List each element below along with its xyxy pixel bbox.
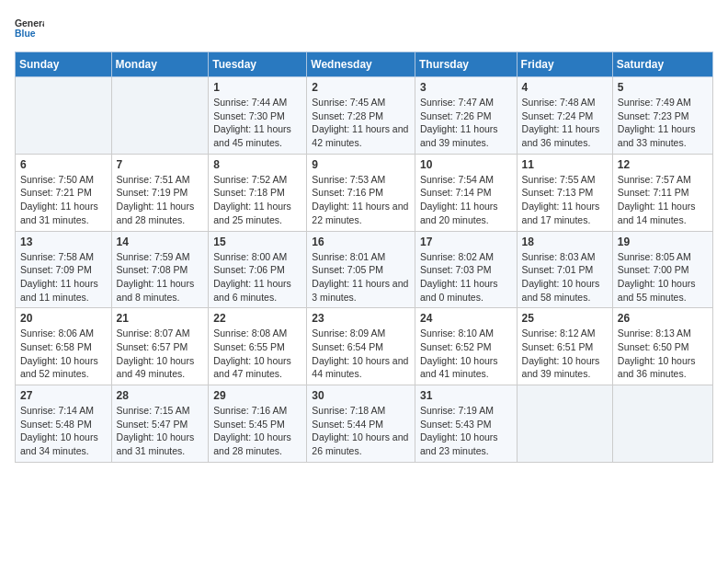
calendar-cell: 30Sunrise: 7:18 AMSunset: 5:44 PMDayligh…: [307, 385, 415, 463]
day-info: Sunrise: 7:54 AMSunset: 7:14 PMDaylight:…: [420, 173, 512, 227]
calendar-cell: 11Sunrise: 7:55 AMSunset: 7:13 PMDayligh…: [517, 154, 612, 231]
day-info: Sunrise: 7:18 AMSunset: 5:44 PMDaylight:…: [312, 404, 410, 458]
day-number: 2: [312, 81, 410, 94]
calendar-cell: 18Sunrise: 8:03 AMSunset: 7:01 PMDayligh…: [517, 231, 612, 308]
day-info: Sunrise: 7:53 AMSunset: 7:16 PMDaylight:…: [312, 173, 410, 227]
weekday-header-friday: Friday: [517, 52, 612, 77]
day-info: Sunrise: 8:13 AMSunset: 6:50 PMDaylight:…: [618, 327, 708, 381]
day-number: 6: [20, 158, 107, 171]
day-number: 10: [420, 158, 512, 171]
day-info: Sunrise: 7:19 AMSunset: 5:43 PMDaylight:…: [420, 404, 512, 458]
calendar-table: SundayMondayTuesdayWednesdayThursdayFrid…: [15, 52, 713, 463]
day-info: Sunrise: 7:49 AMSunset: 7:23 PMDaylight:…: [618, 96, 708, 150]
day-info: Sunrise: 8:09 AMSunset: 6:54 PMDaylight:…: [312, 327, 410, 381]
logo: General Blue: [15, 15, 44, 44]
calendar-cell: 20Sunrise: 8:06 AMSunset: 6:58 PMDayligh…: [16, 308, 112, 385]
day-info: Sunrise: 8:01 AMSunset: 7:05 PMDaylight:…: [312, 250, 410, 304]
calendar-cell: 7Sunrise: 7:51 AMSunset: 7:19 PMDaylight…: [111, 154, 209, 231]
day-number: 23: [312, 312, 410, 325]
weekday-header-tuesday: Tuesday: [209, 52, 307, 77]
day-info: Sunrise: 8:12 AMSunset: 6:51 PMDaylight:…: [522, 327, 608, 381]
calendar-cell: 3Sunrise: 7:47 AMSunset: 7:26 PMDaylight…: [415, 77, 517, 155]
week-row-5: 27Sunrise: 7:14 AMSunset: 5:48 PMDayligh…: [16, 385, 713, 463]
day-number: 31: [420, 389, 512, 402]
day-number: 19: [618, 236, 708, 248]
calendar-cell: 25Sunrise: 8:12 AMSunset: 6:51 PMDayligh…: [517, 308, 612, 385]
calendar-cell: 31Sunrise: 7:19 AMSunset: 5:43 PMDayligh…: [415, 385, 517, 463]
day-number: 12: [618, 158, 708, 171]
day-number: 15: [213, 236, 301, 248]
week-row-2: 6Sunrise: 7:50 AMSunset: 7:21 PMDaylight…: [16, 154, 713, 231]
day-number: 29: [213, 389, 301, 402]
day-number: 27: [20, 389, 107, 402]
weekday-header-row: SundayMondayTuesdayWednesdayThursdayFrid…: [16, 52, 713, 77]
calendar-cell: 2Sunrise: 7:45 AMSunset: 7:28 PMDaylight…: [307, 77, 415, 155]
day-number: 1: [213, 81, 301, 94]
day-info: Sunrise: 8:08 AMSunset: 6:55 PMDaylight:…: [213, 327, 301, 381]
calendar-cell: 12Sunrise: 7:57 AMSunset: 7:11 PMDayligh…: [612, 154, 712, 231]
day-info: Sunrise: 7:44 AMSunset: 7:30 PMDaylight:…: [213, 96, 301, 150]
weekday-header-saturday: Saturday: [612, 52, 712, 77]
day-number: 3: [420, 81, 512, 94]
day-info: Sunrise: 7:51 AMSunset: 7:19 PMDaylight:…: [117, 173, 204, 227]
weekday-header-thursday: Thursday: [415, 52, 517, 77]
day-number: 9: [312, 158, 410, 171]
calendar-cell: 5Sunrise: 7:49 AMSunset: 7:23 PMDaylight…: [612, 77, 712, 155]
day-info: Sunrise: 7:57 AMSunset: 7:11 PMDaylight:…: [618, 173, 708, 227]
day-number: 13: [20, 236, 107, 248]
day-info: Sunrise: 7:15 AMSunset: 5:47 PMDaylight:…: [117, 404, 204, 458]
logo-icon: General Blue: [15, 15, 44, 44]
day-number: 20: [20, 312, 107, 325]
day-number: 7: [117, 158, 204, 171]
calendar-cell: 26Sunrise: 8:13 AMSunset: 6:50 PMDayligh…: [612, 308, 712, 385]
calendar-cell: 4Sunrise: 7:48 AMSunset: 7:24 PMDaylight…: [517, 77, 612, 155]
day-info: Sunrise: 7:50 AMSunset: 7:21 PMDaylight:…: [20, 173, 107, 227]
weekday-header-wednesday: Wednesday: [307, 52, 415, 77]
calendar-cell: [517, 385, 612, 463]
day-number: 11: [522, 158, 608, 171]
page-header: General Blue: [15, 15, 713, 44]
week-row-1: 1Sunrise: 7:44 AMSunset: 7:30 PMDaylight…: [16, 77, 713, 155]
calendar-cell: 22Sunrise: 8:08 AMSunset: 6:55 PMDayligh…: [209, 308, 307, 385]
day-info: Sunrise: 7:48 AMSunset: 7:24 PMDaylight:…: [522, 96, 608, 150]
calendar-cell: 24Sunrise: 8:10 AMSunset: 6:52 PMDayligh…: [415, 308, 517, 385]
day-number: 25: [522, 312, 608, 325]
week-row-3: 13Sunrise: 7:58 AMSunset: 7:09 PMDayligh…: [16, 231, 713, 308]
day-info: Sunrise: 7:14 AMSunset: 5:48 PMDaylight:…: [20, 404, 107, 458]
day-info: Sunrise: 7:58 AMSunset: 7:09 PMDaylight:…: [20, 250, 107, 304]
day-number: 4: [522, 81, 608, 94]
calendar-cell: [111, 77, 209, 155]
calendar-cell: [16, 77, 112, 155]
day-info: Sunrise: 7:55 AMSunset: 7:13 PMDaylight:…: [522, 173, 608, 227]
calendar-cell: 29Sunrise: 7:16 AMSunset: 5:45 PMDayligh…: [209, 385, 307, 463]
calendar-cell: 28Sunrise: 7:15 AMSunset: 5:47 PMDayligh…: [111, 385, 209, 463]
day-info: Sunrise: 8:02 AMSunset: 7:03 PMDaylight:…: [420, 250, 512, 304]
svg-text:General: General: [15, 18, 44, 29]
day-number: 17: [420, 236, 512, 248]
calendar-cell: 10Sunrise: 7:54 AMSunset: 7:14 PMDayligh…: [415, 154, 517, 231]
weekday-header-sunday: Sunday: [16, 52, 112, 77]
day-number: 30: [312, 389, 410, 402]
day-number: 21: [117, 312, 204, 325]
calendar-cell: 17Sunrise: 8:02 AMSunset: 7:03 PMDayligh…: [415, 231, 517, 308]
day-number: 8: [213, 158, 301, 171]
day-info: Sunrise: 7:45 AMSunset: 7:28 PMDaylight:…: [312, 96, 410, 150]
calendar-cell: 13Sunrise: 7:58 AMSunset: 7:09 PMDayligh…: [16, 231, 112, 308]
calendar-cell: 6Sunrise: 7:50 AMSunset: 7:21 PMDaylight…: [16, 154, 112, 231]
calendar-cell: 1Sunrise: 7:44 AMSunset: 7:30 PMDaylight…: [209, 77, 307, 155]
calendar-cell: 27Sunrise: 7:14 AMSunset: 5:48 PMDayligh…: [16, 385, 112, 463]
day-info: Sunrise: 7:16 AMSunset: 5:45 PMDaylight:…: [213, 404, 301, 458]
day-number: 22: [213, 312, 301, 325]
day-info: Sunrise: 7:47 AMSunset: 7:26 PMDaylight:…: [420, 96, 512, 150]
day-number: 28: [117, 389, 204, 402]
day-number: 26: [618, 312, 708, 325]
calendar-cell: 14Sunrise: 7:59 AMSunset: 7:08 PMDayligh…: [111, 231, 209, 308]
weekday-header-monday: Monday: [111, 52, 209, 77]
calendar-cell: 21Sunrise: 8:07 AMSunset: 6:57 PMDayligh…: [111, 308, 209, 385]
day-info: Sunrise: 8:00 AMSunset: 7:06 PMDaylight:…: [213, 250, 301, 304]
day-info: Sunrise: 7:59 AMSunset: 7:08 PMDaylight:…: [117, 250, 204, 304]
week-row-4: 20Sunrise: 8:06 AMSunset: 6:58 PMDayligh…: [16, 308, 713, 385]
day-info: Sunrise: 7:52 AMSunset: 7:18 PMDaylight:…: [213, 173, 301, 227]
calendar-cell: 8Sunrise: 7:52 AMSunset: 7:18 PMDaylight…: [209, 154, 307, 231]
calendar-cell: [612, 385, 712, 463]
